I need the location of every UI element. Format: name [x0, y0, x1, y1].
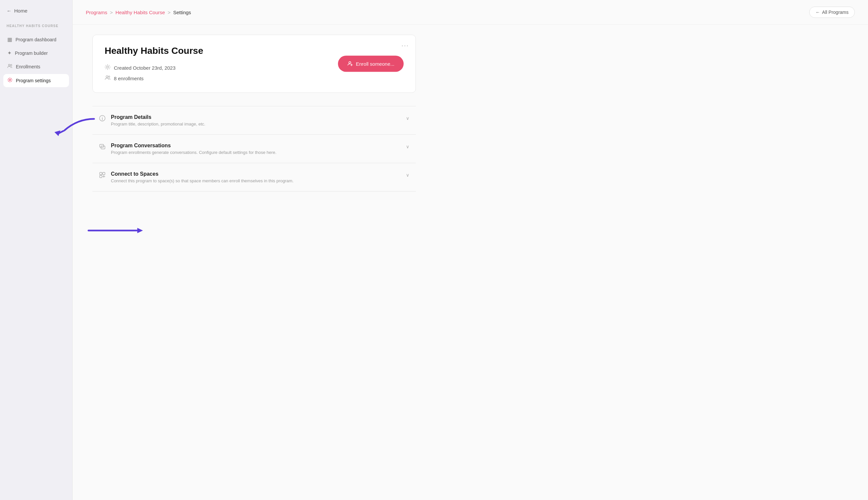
main-content: Programs > Healthy Habits Course > Setti… [73, 0, 868, 500]
home-link[interactable]: ← Home [0, 8, 72, 24]
svg-point-0 [9, 65, 10, 66]
sidebar-item-label: Program dashboard [15, 37, 56, 42]
settings-item-desc: Program enrollments generate conversatio… [111, 150, 277, 155]
settings-item-text: Program Details Program title, descripti… [111, 114, 205, 126]
settings-item-left: Program Conversations Program enrollment… [99, 143, 277, 155]
info-icon [99, 115, 106, 123]
dashboard-icon: ▦ [7, 36, 12, 43]
topbar: Programs > Healthy Habits Course > Setti… [73, 0, 868, 25]
enroll-button[interactable]: Enroll someone... [338, 56, 403, 72]
svg-point-1 [11, 65, 12, 66]
builder-icon: ✦ [7, 50, 12, 56]
sidebar-item-program-builder[interactable]: ✦ Program builder [3, 47, 69, 59]
sidebar-item-label: Program settings [16, 78, 51, 83]
settings-item-program-conversations[interactable]: Program Conversations Program enrollment… [92, 135, 416, 163]
svg-point-5 [108, 76, 109, 77]
sidebar-nav: ▦ Program dashboard ✦ Program builder En… [0, 33, 72, 87]
enrollments-row: 8 enrollments [105, 75, 403, 82]
page-content: ··· Healthy Habits Course Created Octobe… [73, 25, 436, 500]
svg-point-8 [102, 117, 103, 117]
more-options-button[interactable]: ··· [401, 42, 409, 49]
svg-point-2 [9, 79, 11, 81]
svg-point-4 [106, 76, 108, 78]
sun-icon [105, 64, 110, 71]
created-date: Created October 23rd, 2023 [114, 65, 176, 71]
chevron-down-icon: ∨ [406, 172, 409, 178]
sidebar-section-label: HEALTHY HABITS COURSE [0, 24, 72, 33]
settings-item-desc: Program title, description, promotional … [111, 122, 205, 126]
svg-point-3 [107, 66, 108, 68]
svg-point-6 [349, 62, 351, 64]
program-title: Healthy Habits Course [105, 46, 403, 56]
sidebar-item-program-dashboard[interactable]: ▦ Program dashboard [3, 33, 69, 46]
settings-item-desc: Connect this program to space(s) so that… [111, 178, 293, 183]
settings-item-title: Program Conversations [111, 143, 277, 149]
breadcrumb-programs[interactable]: Programs [86, 10, 107, 15]
breadcrumb-course[interactable]: Healthy Habits Course [116, 10, 165, 15]
enroll-icon [347, 60, 353, 67]
breadcrumb-sep1: > [110, 10, 113, 15]
sidebar-item-label: Program builder [15, 50, 48, 56]
svg-rect-11 [100, 172, 102, 175]
settings-item-left: Program Details Program title, descripti… [99, 114, 205, 126]
chat-icon [99, 143, 106, 151]
enrollments-icon [7, 64, 13, 70]
sidebar-item-enrollments[interactable]: Enrollments [3, 60, 69, 73]
enrollments-icon [105, 75, 110, 82]
breadcrumb-sep2: > [168, 10, 171, 15]
back-arrow-icon: ← [7, 8, 12, 13]
svg-rect-12 [103, 172, 105, 175]
settings-item-text: Program Conversations Program enrollment… [111, 143, 277, 155]
settings-item-left: Connect to Spaces Connect this program t… [99, 171, 293, 183]
all-programs-label: All Programs [822, 10, 848, 15]
breadcrumb-current: Settings [173, 10, 191, 15]
home-label: Home [14, 8, 27, 13]
chevron-down-icon: ∨ [406, 116, 409, 121]
sidebar: ← Home HEALTHY HABITS COURSE ▦ Program d… [0, 0, 73, 500]
settings-item-text: Connect to Spaces Connect this program t… [111, 171, 293, 183]
enrollments-count: 8 enrollments [114, 76, 143, 81]
settings-item-program-details[interactable]: Program Details Program title, descripti… [92, 106, 416, 135]
settings-item-title: Program Details [111, 114, 205, 120]
back-arrow-icon: ← [816, 10, 820, 15]
sidebar-item-program-settings[interactable]: Program settings [3, 74, 69, 87]
enroll-label: Enroll someone... [356, 61, 395, 67]
settings-section: Program Details Program title, descripti… [92, 106, 416, 192]
chevron-down-icon: ∨ [406, 144, 409, 149]
settings-item-connect-to-spaces[interactable]: Connect to Spaces Connect this program t… [92, 163, 416, 192]
settings-icon [7, 77, 13, 84]
program-card: ··· Healthy Habits Course Created Octobe… [92, 35, 416, 93]
spaces-icon [99, 172, 106, 180]
svg-rect-13 [100, 175, 102, 178]
all-programs-button[interactable]: ← All Programs [809, 7, 855, 18]
breadcrumb: Programs > Healthy Habits Course > Setti… [86, 10, 191, 15]
sidebar-item-label: Enrollments [16, 64, 40, 69]
settings-item-title: Connect to Spaces [111, 171, 293, 177]
